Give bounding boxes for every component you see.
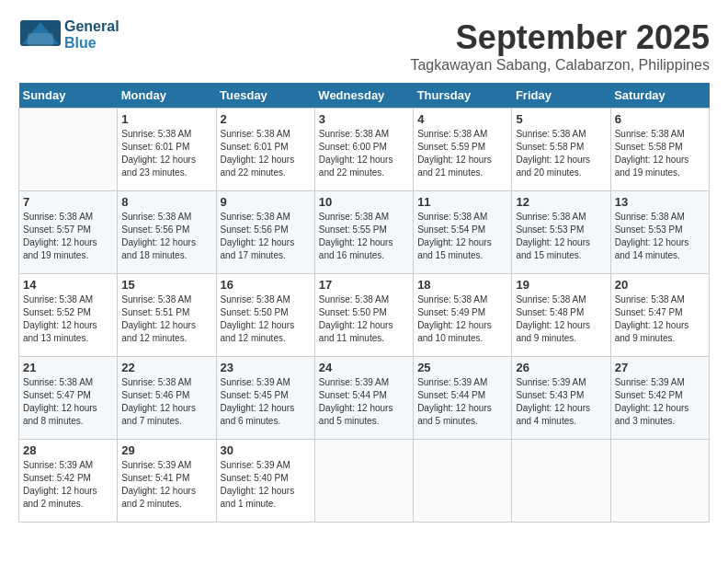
day-number: 28 — [23, 443, 113, 457]
day-number: 7 — [23, 195, 113, 209]
table-row: 28Sunrise: 5:39 AM Sunset: 5:42 PM Dayli… — [19, 440, 118, 523]
day-number: 4 — [417, 112, 507, 126]
col-friday: Friday — [512, 83, 610, 109]
day-info: Sunrise: 5:38 AM Sunset: 5:53 PM Dayligh… — [615, 211, 705, 262]
table-row: 29Sunrise: 5:39 AM Sunset: 5:41 PM Dayli… — [118, 440, 216, 523]
day-info: Sunrise: 5:39 AM Sunset: 5:42 PM Dayligh… — [23, 459, 113, 511]
calendar-header-row: Sunday Monday Tuesday Wednesday Thursday… — [19, 83, 710, 109]
day-info: Sunrise: 5:39 AM Sunset: 5:44 PM Dayligh… — [319, 376, 409, 428]
table-row: 4Sunrise: 5:38 AM Sunset: 5:59 PM Daylig… — [414, 109, 512, 191]
day-number: 13 — [615, 195, 705, 209]
day-info: Sunrise: 5:39 AM Sunset: 5:41 PM Dayligh… — [121, 459, 211, 511]
day-info: Sunrise: 5:38 AM Sunset: 6:00 PM Dayligh… — [319, 128, 409, 179]
day-info: Sunrise: 5:38 AM Sunset: 5:48 PM Dayligh… — [516, 293, 606, 345]
table-row: 3Sunrise: 5:38 AM Sunset: 6:00 PM Daylig… — [314, 109, 413, 191]
day-number: 12 — [516, 195, 606, 209]
table-row: 18Sunrise: 5:38 AM Sunset: 5:49 PM Dayli… — [414, 274, 512, 357]
table-row: 1Sunrise: 5:38 AM Sunset: 6:01 PM Daylig… — [118, 109, 216, 191]
table-row: 20Sunrise: 5:38 AM Sunset: 5:47 PM Dayli… — [610, 274, 709, 357]
table-row: 11Sunrise: 5:38 AM Sunset: 5:54 PM Dayli… — [414, 191, 512, 274]
day-info: Sunrise: 5:38 AM Sunset: 5:55 PM Dayligh… — [319, 211, 409, 262]
day-info: Sunrise: 5:38 AM Sunset: 5:51 PM Dayligh… — [121, 293, 211, 345]
table-row: 8Sunrise: 5:38 AM Sunset: 5:56 PM Daylig… — [118, 191, 216, 274]
col-saturday: Saturday — [610, 83, 709, 109]
table-row: 27Sunrise: 5:39 AM Sunset: 5:42 PM Dayli… — [610, 357, 709, 440]
location-subtitle: Tagkawayan Sabang, Calabarzon, Philippin… — [18, 57, 710, 74]
day-number: 11 — [417, 195, 507, 209]
day-info: Sunrise: 5:38 AM Sunset: 5:46 PM Dayligh… — [121, 376, 211, 428]
table-row: 30Sunrise: 5:39 AM Sunset: 5:40 PM Dayli… — [216, 440, 314, 523]
day-number: 10 — [319, 195, 409, 209]
table-row: 2Sunrise: 5:38 AM Sunset: 6:01 PM Daylig… — [216, 109, 314, 191]
table-row: 15Sunrise: 5:38 AM Sunset: 5:51 PM Dayli… — [118, 274, 216, 357]
day-info: Sunrise: 5:38 AM Sunset: 5:50 PM Dayligh… — [221, 293, 311, 345]
table-row — [610, 440, 709, 523]
table-row — [414, 440, 512, 523]
day-info: Sunrise: 5:38 AM Sunset: 5:47 PM Dayligh… — [23, 376, 113, 428]
day-info: Sunrise: 5:38 AM Sunset: 5:58 PM Dayligh… — [615, 128, 705, 179]
table-row: 25Sunrise: 5:39 AM Sunset: 5:44 PM Dayli… — [414, 357, 512, 440]
day-number: 29 — [121, 443, 211, 457]
day-info: Sunrise: 5:38 AM Sunset: 5:53 PM Dayligh… — [516, 211, 606, 262]
table-row: 16Sunrise: 5:38 AM Sunset: 5:50 PM Dayli… — [216, 274, 314, 357]
table-row: 14Sunrise: 5:38 AM Sunset: 5:52 PM Dayli… — [19, 274, 118, 357]
day-number: 16 — [221, 278, 311, 292]
day-number: 9 — [221, 195, 311, 209]
table-row: 6Sunrise: 5:38 AM Sunset: 5:58 PM Daylig… — [610, 109, 709, 191]
day-info: Sunrise: 5:39 AM Sunset: 5:45 PM Dayligh… — [221, 376, 311, 428]
table-row: 19Sunrise: 5:38 AM Sunset: 5:48 PM Dayli… — [512, 274, 610, 357]
table-row — [314, 440, 413, 523]
logo-icon — [18, 18, 63, 52]
day-info: Sunrise: 5:38 AM Sunset: 5:49 PM Dayligh… — [417, 293, 507, 345]
logo-text-general: General — [64, 18, 119, 35]
day-info: Sunrise: 5:39 AM Sunset: 5:40 PM Dayligh… — [221, 459, 311, 511]
day-number: 1 — [121, 112, 211, 126]
calendar-week-row: 21Sunrise: 5:38 AM Sunset: 5:47 PM Dayli… — [19, 357, 710, 440]
day-number: 19 — [516, 278, 606, 292]
table-row: 24Sunrise: 5:39 AM Sunset: 5:44 PM Dayli… — [314, 357, 413, 440]
day-number: 5 — [516, 112, 606, 126]
day-info: Sunrise: 5:38 AM Sunset: 5:58 PM Dayligh… — [516, 128, 606, 179]
day-info: Sunrise: 5:39 AM Sunset: 5:43 PM Dayligh… — [516, 376, 606, 428]
table-row: 26Sunrise: 5:39 AM Sunset: 5:43 PM Dayli… — [512, 357, 610, 440]
day-info: Sunrise: 5:38 AM Sunset: 5:47 PM Dayligh… — [615, 293, 705, 345]
calendar-week-row: 7Sunrise: 5:38 AM Sunset: 5:57 PM Daylig… — [19, 191, 710, 274]
table-row: 7Sunrise: 5:38 AM Sunset: 5:57 PM Daylig… — [19, 191, 118, 274]
logo: General Blue — [18, 18, 119, 52]
logo-text-blue: Blue — [64, 35, 119, 52]
day-number: 26 — [516, 361, 606, 374]
day-info: Sunrise: 5:38 AM Sunset: 6:01 PM Dayligh… — [121, 128, 211, 179]
col-monday: Monday — [118, 83, 216, 109]
day-number: 15 — [121, 278, 211, 292]
table-row: 9Sunrise: 5:38 AM Sunset: 5:56 PM Daylig… — [216, 191, 314, 274]
day-number: 27 — [615, 361, 705, 374]
month-title: September 2025 — [18, 18, 710, 57]
day-info: Sunrise: 5:38 AM Sunset: 5:59 PM Dayligh… — [417, 128, 507, 179]
day-info: Sunrise: 5:38 AM Sunset: 5:57 PM Dayligh… — [23, 211, 113, 262]
table-row: 22Sunrise: 5:38 AM Sunset: 5:46 PM Dayli… — [118, 357, 216, 440]
table-row: 23Sunrise: 5:39 AM Sunset: 5:45 PM Dayli… — [216, 357, 314, 440]
calendar-week-row: 1Sunrise: 5:38 AM Sunset: 6:01 PM Daylig… — [19, 109, 710, 191]
day-info: Sunrise: 5:39 AM Sunset: 5:44 PM Dayligh… — [417, 376, 507, 428]
day-number: 21 — [23, 361, 113, 374]
day-info: Sunrise: 5:38 AM Sunset: 5:50 PM Dayligh… — [319, 293, 409, 345]
day-number: 14 — [23, 278, 113, 292]
day-number: 22 — [121, 361, 211, 374]
table-row: 21Sunrise: 5:38 AM Sunset: 5:47 PM Dayli… — [19, 357, 118, 440]
day-info: Sunrise: 5:39 AM Sunset: 5:42 PM Dayligh… — [615, 376, 705, 428]
day-info: Sunrise: 5:38 AM Sunset: 5:52 PM Dayligh… — [23, 293, 113, 345]
calendar-week-row: 14Sunrise: 5:38 AM Sunset: 5:52 PM Dayli… — [19, 274, 710, 357]
day-number: 17 — [319, 278, 409, 292]
calendar-table: Sunday Monday Tuesday Wednesday Thursday… — [18, 83, 710, 523]
day-number: 25 — [417, 361, 507, 374]
col-sunday: Sunday — [19, 83, 118, 109]
col-thursday: Thursday — [414, 83, 512, 109]
day-info: Sunrise: 5:38 AM Sunset: 5:54 PM Dayligh… — [417, 211, 507, 262]
svg-rect-2 — [28, 33, 53, 46]
day-info: Sunrise: 5:38 AM Sunset: 6:01 PM Dayligh… — [221, 128, 311, 179]
col-wednesday: Wednesday — [314, 83, 413, 109]
table-row: 17Sunrise: 5:38 AM Sunset: 5:50 PM Dayli… — [314, 274, 413, 357]
day-number: 30 — [221, 443, 311, 457]
day-number: 6 — [615, 112, 705, 126]
day-number: 20 — [615, 278, 705, 292]
